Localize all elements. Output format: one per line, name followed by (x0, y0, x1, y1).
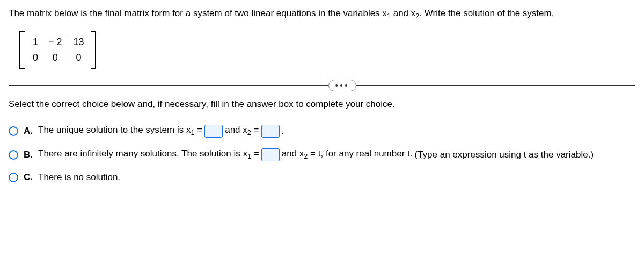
problem-text-1: The matrix below is the final matrix for… (9, 8, 387, 18)
answer-input-a2[interactable] (261, 125, 280, 138)
radio-c[interactable] (9, 173, 18, 182)
subscript-1: 1 (387, 12, 391, 20)
answer-input-b1[interactable] (261, 148, 280, 161)
matrix-cell: 0 (74, 50, 84, 66)
answer-input-a1[interactable] (204, 125, 223, 138)
problem-text-2: and x (391, 8, 415, 18)
problem-text-3: . Write the solution of the system. (419, 8, 554, 18)
instruction-text: Select the correct choice below and, if … (9, 99, 635, 110)
matrix-cell: 13 (72, 34, 85, 50)
more-indicator[interactable]: ••• (328, 80, 357, 91)
option-c-text: There is no solution. (38, 172, 120, 183)
option-a-text: The unique solution to the system is x1 … (38, 125, 202, 137)
matrix-cell: 0 (30, 50, 41, 66)
radio-b[interactable] (9, 150, 18, 160)
option-a: A. The unique solution to the system is … (9, 125, 635, 138)
option-a-text-2: and x2 = (225, 125, 259, 137)
matrix-cell: 1 (30, 34, 41, 50)
option-b-text: There are infinitely many solutions. The… (38, 148, 259, 160)
matrix-right-bracket (91, 31, 96, 69)
matrix-cell: 0 (50, 50, 61, 66)
problem-statement: The matrix below is the final matrix for… (9, 6, 635, 22)
option-b: B. There are infinitely many solutions. … (9, 148, 635, 161)
option-c: C. There is no solution. (9, 172, 635, 183)
option-b-text-2: and x2 = t, for any real number t. (282, 148, 413, 160)
matrix-augment-bar (68, 35, 68, 65)
option-label-a: A. (24, 126, 33, 137)
option-a-text-3: . (282, 126, 284, 137)
radio-a[interactable] (9, 126, 18, 136)
matrix-left-bracket (19, 31, 25, 69)
answer-options: A. The unique solution to the system is … (9, 125, 635, 183)
section-divider: ••• (9, 85, 635, 86)
option-label-b: B. (24, 149, 33, 160)
matrix-display: 1 0 − 2 0 13 0 (19, 31, 635, 71)
matrix-cell: − 2 (47, 34, 63, 50)
option-label-c: C. (24, 172, 33, 183)
option-b-hint: (Type an expression using t as the varia… (415, 149, 594, 160)
